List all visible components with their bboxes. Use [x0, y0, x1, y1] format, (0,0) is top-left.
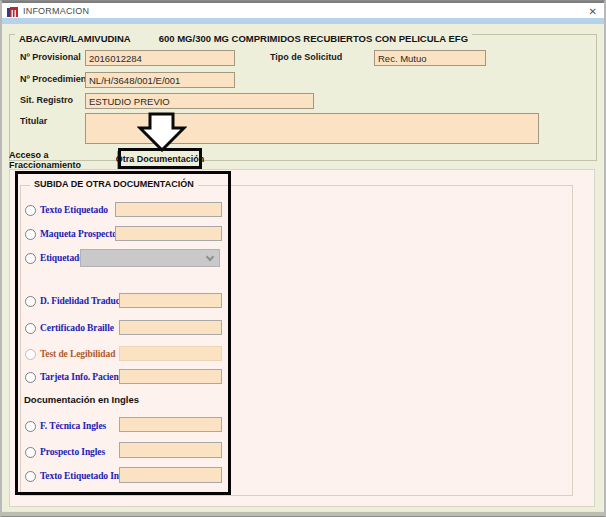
texto-etiquetado-ingles-radio[interactable] — [25, 471, 36, 482]
title-bar: INFORMACION ✕ — [2, 1, 604, 18]
window-bottom-edge — [2, 511, 604, 517]
certificado-braille-label: Certificado Braille — [40, 323, 114, 333]
ficha-tecnica-ingles-radio[interactable] — [25, 421, 36, 432]
maqueta-prospecto-radio[interactable] — [25, 229, 36, 240]
test-legibilidad-label: Test de Legibilidad — [40, 349, 115, 359]
texto-etiquetado-input[interactable] — [115, 202, 222, 217]
product-presentation: 600 MG/300 MG COMPRIMIDOS RECUBIERTOS CO… — [159, 33, 468, 44]
certificado-braille-radio[interactable] — [25, 323, 36, 334]
maqueta-prospecto-input[interactable] — [115, 226, 222, 241]
texto-etiquetado-ingles-input[interactable] — [119, 467, 222, 483]
test-legibilidad-input — [119, 346, 222, 361]
certificado-braille-input[interactable] — [119, 320, 222, 335]
provisional-field[interactable] — [85, 50, 235, 66]
ficha-tecnica-ingles-label: F. Técnica Ingles — [40, 421, 106, 431]
tarjeta-info-radio[interactable] — [25, 372, 36, 383]
chevron-down-icon — [206, 253, 214, 261]
product-name: ABACAVIR/LAMIVUDINA — [19, 33, 131, 44]
etiquetados-radio[interactable] — [25, 253, 36, 264]
sit-registro-label: Sit. Registro — [20, 95, 73, 105]
tab-acceso-fraccionamiento[interactable]: Acceso a Fraccionamiento — [9, 151, 118, 169]
texto-etiquetado-radio[interactable] — [25, 205, 36, 216]
window-title: INFORMACION — [23, 6, 89, 16]
maqueta-prospecto-label: Maqueta Prospecto — [40, 229, 117, 239]
prospecto-ingles-input[interactable] — [119, 442, 222, 458]
titlebar-accent-strip — [2, 18, 604, 24]
tarjeta-info-label: Tarjeta Info. Paciente — [40, 372, 126, 382]
close-icon[interactable]: ✕ — [589, 5, 597, 18]
titular-label: Titular — [20, 116, 47, 126]
product-header: ABACAVIR/LAMIVUDINA600 MG/300 MG COMPRIM… — [15, 28, 472, 46]
informacion-dialog: INFORMACION ✕ ABACAVIR/LAMIVUDINA600 MG/… — [0, 0, 606, 517]
provisional-label: Nº Provisional — [20, 52, 81, 62]
tipo-solicitud-label: Tipo de Solicitud — [270, 52, 342, 62]
procedimiento-field[interactable] — [85, 72, 235, 88]
sit-registro-field[interactable] — [85, 93, 314, 109]
subida-groupbox-title: SUBIDA DE OTRA DOCUMENTACIÓN — [30, 179, 198, 189]
prospecto-ingles-label: Prospecto Ingles — [40, 447, 105, 457]
fidelidad-traduccion-radio[interactable] — [25, 296, 36, 307]
procedimiento-label: Nº Procedimiento — [20, 74, 95, 84]
prospecto-ingles-radio[interactable] — [25, 447, 36, 458]
ficha-tecnica-ingles-input[interactable] — [119, 417, 222, 432]
etiquetados-dropdown[interactable] — [80, 249, 220, 267]
fidelidad-traduccion-input[interactable] — [119, 293, 222, 308]
texto-etiquetado-label: Texto Etiquetado — [40, 205, 108, 215]
english-section-title: Documentación en Ingles — [24, 394, 139, 405]
test-legibilidad-radio — [25, 349, 36, 360]
tipo-solicitud-field[interactable] — [374, 50, 486, 66]
highlight-arrow-icon — [137, 112, 187, 152]
app-icon — [7, 7, 18, 17]
tarjeta-info-input[interactable] — [119, 369, 222, 384]
